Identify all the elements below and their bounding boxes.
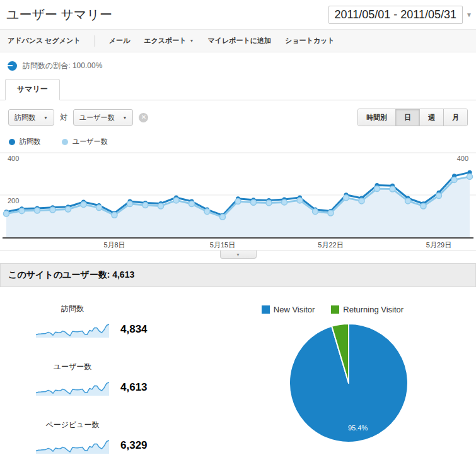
toolbar-add-to-dashboard[interactable]: マイレポートに追加 bbox=[207, 36, 271, 45]
granularity-day[interactable]: 日 bbox=[395, 109, 419, 126]
pie-legend-label: New Visitor bbox=[274, 305, 315, 314]
toolbar-advanced-segments[interactable]: アドバンス セグメント bbox=[8, 36, 81, 45]
pie-legend-new-visitor: New Visitor bbox=[262, 305, 315, 314]
pie-percentage-label: 95.4% bbox=[348, 424, 368, 432]
series-legend: 訪問数 ユーザー数 bbox=[0, 127, 476, 149]
chevron-down-icon: ▼ bbox=[189, 38, 194, 43]
granularity-week[interactable]: 週 bbox=[419, 109, 443, 126]
pie-legend-label: Returning Visitor bbox=[343, 305, 403, 314]
svg-text:400: 400 bbox=[457, 155, 468, 162]
svg-text:5月29日: 5月29日 bbox=[426, 241, 451, 249]
metric-b-label: ユーザー数 bbox=[79, 113, 115, 122]
metric-label: 訪問数 bbox=[35, 304, 110, 314]
pie-legend: New Visitor Returning Visitor bbox=[189, 304, 476, 322]
visits-users-chart: 4004002002005月8日5月15日5月22日5月29日 bbox=[0, 149, 476, 249]
legend-square-icon bbox=[331, 305, 339, 314]
report-toolbar: アドバンス セグメント メール エクスポート ▼ マイレポートに追加 ショートカ… bbox=[0, 29, 476, 52]
metric-value: 6,329 bbox=[120, 439, 148, 452]
chevron-down-icon: ▼ bbox=[236, 252, 240, 257]
series-dot-icon bbox=[9, 139, 15, 145]
svg-text:5月15日: 5月15日 bbox=[210, 241, 235, 249]
chart-controls: 訪問数 ▼ 対 ユーザー数 ▼ ✕ 時間別 日 週 月 bbox=[0, 100, 476, 127]
legend-square-icon bbox=[262, 305, 270, 314]
metric-value: 4,834 bbox=[120, 323, 148, 336]
tab-summary[interactable]: サマリー bbox=[5, 79, 60, 100]
legend-visits-label: 訪問数 bbox=[20, 137, 40, 146]
toolbar-export[interactable]: エクスポート ▼ bbox=[144, 36, 194, 45]
svg-text:5月8日: 5月8日 bbox=[103, 241, 125, 249]
timeseries-chart-area: 4004002002005月8日5月15日5月22日5月29日 bbox=[0, 149, 476, 249]
toolbar-shortcut[interactable]: ショートカット bbox=[285, 36, 335, 45]
chart-collapse-bar: ▼ bbox=[0, 250, 476, 260]
svg-text:400: 400 bbox=[8, 155, 19, 162]
legend-visits[interactable]: 訪問数 bbox=[9, 137, 40, 146]
chevron-down-icon: ▼ bbox=[122, 115, 127, 120]
toolbar-divider bbox=[95, 35, 95, 47]
svg-text:5月22日: 5月22日 bbox=[318, 241, 343, 249]
site-users-header: このサイトのユーザー数: 4,613 bbox=[0, 263, 476, 287]
page-title: ユーザー サマリー bbox=[6, 6, 112, 23]
pie-legend-returning-visitor: Returning Visitor bbox=[331, 305, 403, 314]
granularity-hourly[interactable]: 時間別 bbox=[358, 109, 395, 126]
granularity-buttons: 時間別 日 週 月 bbox=[357, 109, 468, 126]
remove-compare-button[interactable]: ✕ bbox=[139, 113, 148, 122]
sparkline-chart bbox=[35, 379, 110, 396]
chevron-down-icon[interactable]: ▼ bbox=[466, 11, 472, 18]
metric-label: ページビュー数 bbox=[35, 420, 110, 430]
collapse-chart-button[interactable]: ▼ bbox=[220, 251, 257, 259]
metric-pageviews: ページビュー数 6,329 bbox=[35, 420, 189, 454]
legend-users[interactable]: ユーザー数 bbox=[62, 137, 108, 146]
metric-b-select[interactable]: ユーザー数 ▼ bbox=[73, 109, 133, 126]
sparkline-chart bbox=[35, 321, 110, 338]
users-overview-page: ユーザー サマリー 2011/05/01 - 2011/05/31 ▼ アドバン… bbox=[0, 0, 476, 467]
date-range-value[interactable]: 2011/05/01 - 2011/05/31 bbox=[328, 6, 463, 24]
metric-list: 訪問数 4,834 ユーザー数 4,613 ページビュー数 bbox=[0, 304, 189, 467]
metric-users: ユーザー数 4,613 bbox=[35, 362, 189, 396]
vs-label: 対 bbox=[60, 112, 67, 123]
metric-a-label: 訪問数 bbox=[15, 113, 35, 122]
metric-a-select[interactable]: 訪問数 ▼ bbox=[8, 109, 54, 126]
metric-visits: 訪問数 4,834 bbox=[35, 304, 189, 338]
sparkline-chart bbox=[35, 437, 110, 454]
overview-bottom: 訪問数 4,834 ユーザー数 4,613 ページビュー数 bbox=[0, 287, 476, 467]
toolbar-email[interactable]: メール bbox=[109, 36, 131, 45]
report-header: ユーザー サマリー 2011/05/01 - 2011/05/31 ▼ bbox=[0, 0, 476, 29]
chevron-down-icon: ▼ bbox=[44, 115, 48, 120]
segment-pie-icon bbox=[8, 61, 17, 71]
toolbar-export-label: エクスポート bbox=[144, 36, 186, 45]
legend-users-label: ユーザー数 bbox=[73, 137, 108, 146]
visitor-type-section: New Visitor Returning Visitor 95.4% bbox=[189, 304, 476, 467]
visitor-pie-chart: 95.4% bbox=[282, 322, 415, 448]
metric-label: ユーザー数 bbox=[35, 362, 110, 372]
granularity-month[interactable]: 月 bbox=[443, 109, 467, 126]
segment-row: 訪問数の割合: 100.00% bbox=[0, 52, 476, 79]
tab-bar: サマリー bbox=[0, 79, 476, 100]
date-range-selector[interactable]: 2011/05/01 - 2011/05/31 ▼ bbox=[328, 6, 472, 24]
segment-ratio-label: 訪問数の割合: 100.00% bbox=[23, 61, 102, 71]
series-dot-icon bbox=[62, 139, 68, 145]
metric-value: 4,613 bbox=[120, 381, 148, 394]
svg-text:200: 200 bbox=[8, 197, 19, 204]
summary-panel: 訪問数 ▼ 対 ユーザー数 ▼ ✕ 時間別 日 週 月 訪問数 bbox=[0, 100, 476, 467]
